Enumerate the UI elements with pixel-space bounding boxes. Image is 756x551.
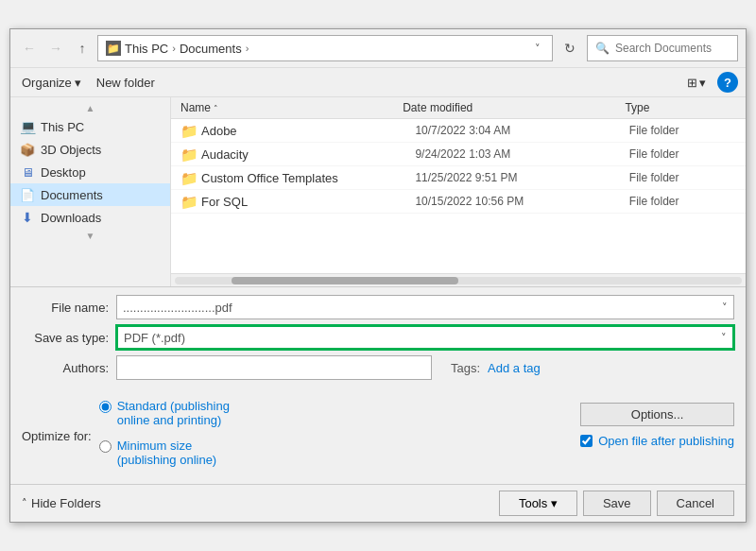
breadcrumb-sep2: › (246, 43, 249, 54)
file-date: 10/7/2022 3:04 AM (415, 124, 628, 137)
search-box: 🔍 (587, 35, 738, 61)
organize-chevron: ▾ (75, 76, 81, 90)
savetype-dropdown[interactable]: ˅ (721, 332, 727, 344)
filename-row: File name: ...........................pd… (22, 295, 734, 319)
options-button[interactable]: Options... (580, 403, 734, 426)
breadcrumb-sep1: › (172, 43, 176, 54)
address-bar[interactable]: 📁 Name This PC › Documents › ˅ (97, 35, 553, 61)
table-row[interactable]: 📁 Audacity 9/24/2022 1:03 AM File folder (171, 143, 746, 166)
file-type: File folder (629, 147, 736, 161)
options-area: Optimize for: Standard (publishingonline… (10, 393, 746, 484)
refresh-button[interactable]: ↻ (557, 35, 583, 61)
savetype-value: PDF (*.pdf) (124, 331, 185, 345)
sidebar-item-downloads-label: Downloads (41, 211, 101, 225)
search-input[interactable] (615, 42, 730, 55)
file-name: Adobe (201, 124, 415, 138)
footer: ˄ Hide Folders Tools ▾ Save Cancel (10, 484, 746, 522)
file-list-header: Name ˄ Date modified Type (171, 97, 746, 119)
file-name: For SQL (201, 195, 415, 209)
folder-icon: 📁 (180, 170, 196, 185)
file-date: 10/15/2022 10:56 PM (415, 195, 628, 208)
open-after-label[interactable]: Open file after publishing (598, 434, 734, 448)
new-folder-button[interactable]: New folder (93, 74, 159, 92)
file-name: Audacity (201, 147, 415, 162)
file-name: Custom Office Templates (201, 171, 415, 185)
tools-chevron: ▾ (551, 496, 558, 510)
open-after-row: Open file after publishing (580, 434, 734, 448)
col-type-header[interactable]: Type (625, 101, 736, 114)
save-button[interactable]: Save (583, 491, 651, 516)
search-icon: 🔍 (595, 42, 610, 55)
sidebar-item-desktop[interactable]: 🖥 Desktop (10, 161, 170, 183)
toolbar: Organize ▾ New folder ⊞ ▾ ? (10, 68, 746, 97)
options-buttons: Options... Open file after publishing (580, 399, 734, 476)
radio-standard-label[interactable]: Standard (publishingonline and printing) (117, 399, 230, 427)
h-scroll-track[interactable] (175, 277, 742, 284)
hide-folders-label: Hide Folders (31, 496, 101, 510)
view-button[interactable]: ⊞ ▾ (683, 74, 710, 92)
top-bar: ← → ↑ 📁 Name This PC › Documents › ˅ ↻ 🔍 (10, 29, 746, 68)
cancel-button[interactable]: Cancel (657, 491, 734, 516)
breadcrumb-documents: Documents (180, 42, 242, 56)
col-sort-icon: ˄ (214, 104, 218, 113)
tags-section: Tags: Add a tag (432, 361, 734, 375)
table-row[interactable]: 📁 Adobe 10/7/2022 3:04 AM File folder (171, 119, 746, 143)
view-icon: ⊞ (687, 76, 697, 90)
sidebar-item-documents[interactable]: 📄 Documents (10, 183, 170, 206)
optimize-section: Optimize for: Standard (publishingonline… (22, 399, 561, 476)
forward-button[interactable]: → (44, 37, 67, 60)
breadcrumb-dropdown[interactable]: ˅ (531, 43, 544, 55)
tools-button[interactable]: Tools ▾ (499, 491, 577, 516)
table-row[interactable]: 📁 Custom Office Templates 11/25/2022 9:5… (171, 166, 746, 190)
radio-standard[interactable] (99, 401, 112, 413)
add-tag-link[interactable]: Add a tag (488, 361, 541, 375)
savetype-input[interactable]: PDF (*.pdf) ˅ (116, 325, 734, 350)
file-date: 11/25/2022 9:51 PM (415, 171, 628, 184)
hide-folders-button[interactable]: ˄ Hide Folders (22, 496, 101, 510)
folder-icon: 📁 (180, 146, 196, 162)
main-area: ▲ 💻 This PC 📦 3D Objects 🖥 Desktop 📄 Doc… (10, 97, 746, 286)
breadcrumb-thispc-label: This PC (125, 42, 168, 56)
sidebar-item-downloads[interactable]: ⬇ Downloads (10, 206, 170, 229)
filename-input[interactable]: ...........................pdf ˅ (116, 295, 734, 319)
organize-button[interactable]: Organize ▾ (18, 74, 85, 92)
up-button[interactable]: ↑ (71, 37, 94, 60)
new-folder-label: New folder (96, 76, 155, 90)
authors-tags-row: Authors: Tags: Add a tag (22, 355, 734, 380)
back-button[interactable]: ← (18, 37, 41, 60)
radio-minimum-label[interactable]: Minimum size(publishing online) (117, 439, 217, 467)
filename-label: File name: (22, 301, 116, 315)
location-icon: 📁 (106, 41, 121, 56)
table-row[interactable]: 📁 For SQL 10/15/2022 10:56 PM File folde… (171, 190, 746, 214)
file-type: File folder (629, 195, 736, 208)
file-area: Name ˄ Date modified Type 📁 Adobe 10/7/2… (171, 97, 746, 286)
sidebar-scroll-up[interactable]: ▲ (10, 101, 170, 115)
savetype-row: Save as type: PDF (*.pdf) ˅ (22, 325, 734, 350)
sidebar: ▲ 💻 This PC 📦 3D Objects 🖥 Desktop 📄 Doc… (10, 97, 171, 286)
filename-dropdown[interactable]: ˅ (722, 301, 728, 314)
sidebar-item-thispc[interactable]: 💻 This PC (10, 115, 170, 138)
filename-value: ...........................pdf (123, 301, 232, 315)
tools-label: Tools (519, 496, 547, 510)
file-rows: 📁 Adobe 10/7/2022 3:04 AM File folder 📁 … (171, 119, 746, 273)
h-scroll-area[interactable] (171, 273, 746, 286)
form-area: File name: ...........................pd… (10, 286, 746, 393)
radio-minimum-row: Minimum size(publishing online) (99, 439, 230, 467)
sidebar-item-3dobjects[interactable]: 📦 3D Objects (10, 138, 170, 161)
radio-minimum[interactable] (99, 440, 112, 453)
file-type: File folder (629, 124, 736, 137)
col-date-header[interactable]: Date modified (403, 101, 625, 114)
help-button[interactable]: ? (717, 72, 738, 93)
file-date: 9/24/2022 1:03 AM (415, 147, 628, 161)
downloads-icon: ⬇ (20, 210, 35, 225)
documents-icon: 📄 (20, 187, 35, 202)
sidebar-scroll-down[interactable]: ▼ (10, 229, 170, 243)
sidebar-item-3dobjects-label: 3D Objects (41, 143, 101, 157)
optimize-label: Optimize for: (22, 429, 92, 443)
col-name-header[interactable]: Name ˄ (180, 101, 403, 114)
savetype-label: Save as type: (22, 331, 116, 345)
optimize-label-row: Optimize for: Standard (publishingonline… (22, 399, 561, 473)
open-after-checkbox[interactable] (580, 435, 593, 447)
organize-label: Organize (22, 76, 72, 90)
file-type: File folder (629, 171, 736, 184)
